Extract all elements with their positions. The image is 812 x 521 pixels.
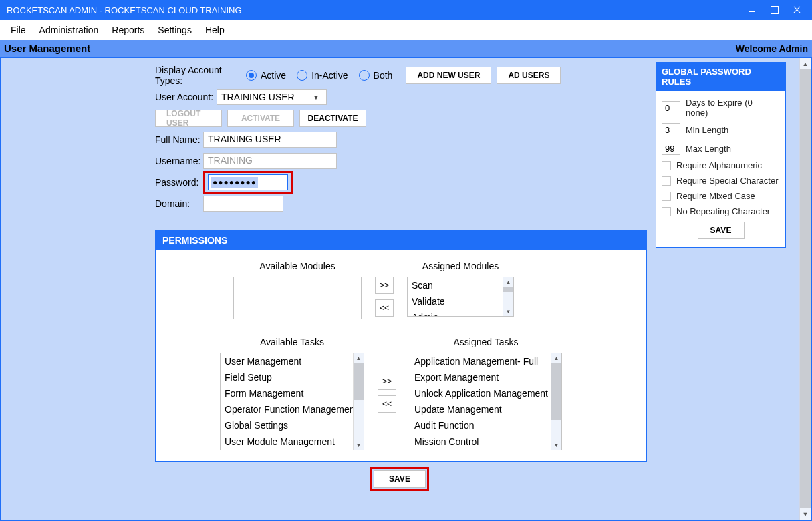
maximize-icon[interactable]	[771, 6, 779, 14]
list-item[interactable]: User Management	[221, 353, 364, 369]
scrollbar[interactable]: ▲ ▼	[503, 277, 513, 316]
scroll-up-icon[interactable]: ▲	[551, 353, 561, 363]
no-repeat-checkbox[interactable]	[662, 207, 671, 216]
minimize-icon[interactable]	[748, 6, 756, 14]
require-alnum-checkbox[interactable]	[662, 161, 671, 170]
list-item[interactable]: Global Settings	[221, 417, 364, 433]
user-account-label: User Account:	[155, 92, 217, 102]
scroll-down-icon[interactable]: ▼	[800, 508, 811, 520]
menu-administration[interactable]: Administration	[34, 22, 104, 38]
list-item[interactable]: Form Management	[221, 385, 364, 401]
password-highlight: ●●●●●●●●	[203, 171, 293, 194]
titlebar: ROCKETSCAN ADMIN - ROCKETSCAN CLOUD TRAI…	[0, 0, 812, 20]
menu-reports[interactable]: Reports	[106, 22, 150, 38]
permissions-title: PERMISSIONS	[156, 231, 646, 250]
assigned-modules-title: Assigned Modules	[422, 260, 499, 273]
list-item[interactable]: Audit Function	[410, 417, 561, 433]
display-account-label: Display Account Types:	[155, 65, 246, 86]
scroll-down-icon[interactable]: ▼	[503, 307, 513, 316]
list-item[interactable]: Admin	[408, 309, 513, 316]
assigned-tasks-title: Assigned Tasks	[453, 337, 518, 349]
require-special-checkbox[interactable]	[662, 176, 671, 186]
scroll-up-icon[interactable]: ▲	[354, 353, 364, 363]
username-value: TRAINING	[208, 155, 253, 166]
add-new-user-button[interactable]: ADD NEW USER	[406, 67, 491, 84]
menu-file[interactable]: File	[5, 22, 31, 38]
list-item[interactable]: Field Setup	[221, 369, 364, 385]
modules-assign-button[interactable]: >>	[375, 277, 394, 294]
menu-settings[interactable]: Settings	[152, 22, 197, 38]
save-highlight: SAVE	[370, 467, 429, 491]
password-rules-title: GLOBAL PASSWORD RULES	[656, 63, 785, 91]
list-item[interactable]: Operator Function Management	[221, 401, 364, 417]
scroll-down-icon[interactable]: ▼	[354, 440, 364, 450]
available-modules-title: Available Modules	[259, 260, 335, 273]
permissions-panel: PERMISSIONS Available Modules >>	[155, 230, 647, 462]
ad-users-button[interactable]: AD USERS	[497, 67, 561, 84]
menubar: File Administration Reports Settings Hel…	[0, 20, 812, 40]
maxlen-label: Max Length	[686, 144, 731, 154]
radio-inactive-label: In-Active	[311, 70, 348, 81]
scroll-down-icon[interactable]: ▼	[551, 440, 561, 450]
activate-button[interactable]: ACTIVATE	[227, 110, 294, 127]
save-button[interactable]: SAVE	[374, 470, 426, 488]
rules-save-button[interactable]: SAVE	[698, 222, 745, 239]
tasks-unassign-button[interactable]: <<	[378, 395, 396, 413]
welcome-text: Welcome Admin	[736, 43, 808, 54]
assigned-modules-list[interactable]: Scan Validate Admin ▲ ▼	[407, 277, 514, 317]
radio-both-label: Both	[374, 70, 393, 81]
available-modules-list[interactable]	[233, 277, 362, 319]
username-input[interactable]: TRAINING	[203, 153, 337, 169]
deactivate-button[interactable]: DEACTIVATE	[299, 110, 366, 127]
scroll-up-icon[interactable]: ▲	[800, 58, 811, 69]
username-label: Username:	[155, 156, 203, 166]
fullname-label: Full Name:	[155, 134, 203, 145]
list-item[interactable]: User Module Management	[221, 433, 364, 450]
menu-help[interactable]: Help	[200, 22, 230, 38]
scrollbar-thumb[interactable]	[800, 69, 811, 508]
list-item[interactable]: Unlock Application Management	[410, 385, 561, 401]
radio-active-label: Active	[261, 70, 286, 81]
list-item[interactable]: Mission Control	[410, 433, 561, 450]
scrollbar[interactable]: ▲ ▼	[353, 353, 364, 450]
list-item[interactable]: Scan	[408, 277, 513, 293]
list-item[interactable]: Application Management- Full	[410, 353, 561, 369]
no-repeat-label: No Repeating Character	[676, 206, 770, 216]
close-icon[interactable]	[793, 6, 801, 14]
tasks-assign-button[interactable]: >>	[378, 373, 396, 390]
scrollbar[interactable]: ▲ ▼	[551, 353, 561, 450]
user-account-value: TRAINING USER	[221, 92, 295, 102]
radio-inactive[interactable]	[297, 70, 307, 81]
expire-input[interactable]	[662, 101, 680, 114]
radio-active[interactable]	[246, 70, 257, 81]
fullname-input[interactable]: TRAINING USER	[203, 132, 337, 148]
scroll-up-icon[interactable]: ▲	[503, 277, 513, 287]
user-account-select[interactable]: TRAINING USER ▼	[217, 89, 327, 105]
require-mixed-checkbox[interactable]	[662, 192, 671, 201]
password-mask: ●●●●●●●●	[211, 177, 258, 188]
minlen-label: Min Length	[686, 125, 728, 135]
domain-input[interactable]	[203, 196, 283, 212]
fullname-value: TRAINING USER	[208, 134, 281, 144]
logout-user-button[interactable]: LOGOUT USER	[155, 110, 222, 127]
radio-both[interactable]	[359, 70, 370, 81]
minlen-input[interactable]	[662, 123, 680, 136]
maxlen-input[interactable]	[662, 142, 680, 155]
require-mixed-label: Require Mixed Case	[676, 191, 755, 201]
require-alnum-label: Require Alphanumeric	[676, 160, 762, 170]
modules-unassign-button[interactable]: <<	[375, 299, 394, 317]
vertical-scrollbar[interactable]: ▲ ▼	[799, 58, 811, 520]
available-tasks-list[interactable]: User Management Field Setup Form Managem…	[220, 353, 364, 450]
assigned-tasks-list[interactable]: Application Management- Full Export Mana…	[410, 353, 562, 450]
list-item[interactable]: Export Management	[410, 369, 561, 385]
chevron-down-icon: ▼	[313, 94, 322, 101]
list-item[interactable]: Validate	[408, 293, 513, 309]
require-special-label: Require Special Character	[676, 176, 778, 186]
list-item[interactable]: Update Management	[410, 401, 561, 417]
password-input[interactable]: ●●●●●●●●	[208, 174, 288, 190]
password-label: Password:	[155, 177, 203, 188]
expire-label: Days to Expire (0 = none)	[686, 98, 780, 118]
domain-label: Domain:	[155, 198, 203, 209]
window-controls	[748, 6, 805, 14]
password-rules-panel: GLOBAL PASSWORD RULES Days to Expire (0 …	[656, 62, 786, 248]
